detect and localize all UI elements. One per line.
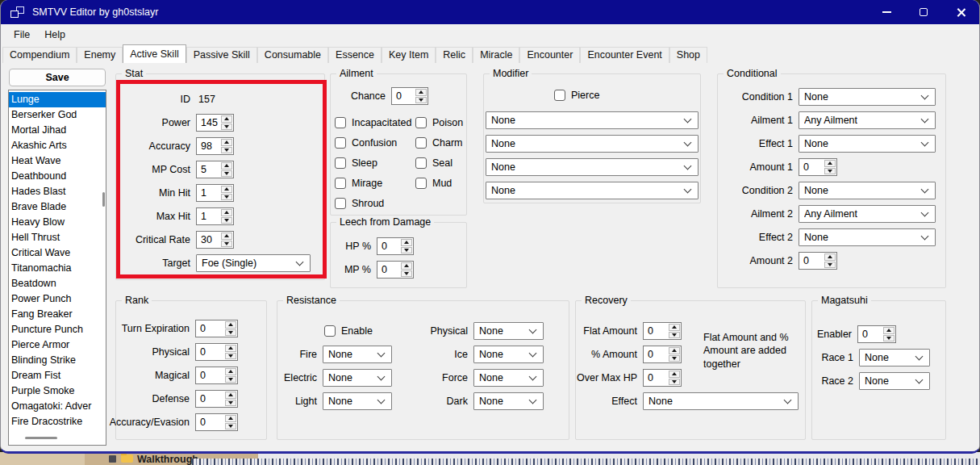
checkbox-shroud[interactable]: Shroud [335,193,411,213]
list-item[interactable]: Titanomachia [9,261,106,276]
turn-expiration-spinner[interactable]: 0 [195,320,238,337]
spin-up-button[interactable] [225,345,236,352]
modifier-combobox-3[interactable]: None [486,158,699,176]
flat-amount-spinner[interactable]: 0 [643,322,682,340]
critical-rate-spinner[interactable]: 30 [196,231,234,249]
modifier-combobox-4[interactable]: None [486,182,699,199]
tab-compendium[interactable]: Compendium [2,47,77,63]
dark-combobox[interactable]: None [473,392,544,410]
list-item[interactable]: Critical Wave [9,245,106,261]
spin-up-button[interactable] [221,139,232,146]
tab-essence[interactable]: Essence [328,47,382,63]
ice-combobox[interactable]: None [473,346,544,363]
electric-combobox[interactable]: None [323,369,392,387]
spin-up-button[interactable] [669,371,680,378]
ailment1-combobox[interactable]: Any Ailment [799,111,936,129]
mp-percent-spinner[interactable]: 0 [377,261,414,279]
tab-relic[interactable]: Relic [436,47,473,63]
spin-up-button[interactable] [221,209,232,216]
list-item[interactable]: Pierce Armor [9,337,106,353]
menu-file[interactable]: File [6,27,37,43]
effect2-combobox[interactable]: None [799,228,936,246]
list-item[interactable]: Berserker God [9,107,106,123]
force-combobox[interactable]: None [473,369,544,387]
spin-up-button[interactable] [415,89,427,96]
checkbox-sleep[interactable]: Sleep [335,153,411,173]
list-item[interactable]: Puncture Punch [9,322,106,337]
list-item[interactable]: Blinding Strike [9,353,106,368]
spin-down-button[interactable] [669,355,680,362]
spin-down-button[interactable] [669,379,680,386]
spin-down-button[interactable] [225,329,236,337]
minimize-button[interactable] [868,0,905,24]
list-item[interactable]: Hades Blast [9,184,106,199]
tab-shop[interactable]: Shop [669,47,707,63]
checkbox-seal[interactable]: Seal [415,153,463,173]
list-item[interactable]: Purple Smoke [9,383,106,399]
spin-down-button[interactable] [225,423,236,430]
list-item[interactable]: Dream Fist [9,368,106,383]
list-item[interactable]: Deathbound [9,169,106,184]
checkbox-poison[interactable]: Poison [415,112,463,132]
accuracy-spinner[interactable]: 98 [196,137,234,155]
tab-active-skill[interactable]: Active Skill [123,44,186,63]
power-spinner[interactable]: 145 [196,114,234,132]
spin-down-button[interactable] [824,168,836,175]
fire-combobox[interactable]: None [323,346,392,363]
spin-down-button[interactable] [225,400,236,407]
checkbox-mirage[interactable]: Mirage [335,173,411,193]
spin-up-button[interactable] [824,160,836,167]
physical-combobox[interactable]: None [473,322,544,340]
list-item[interactable]: Omagatoki: Adver [9,399,106,414]
spin-down-button[interactable] [225,376,236,383]
spin-down-button[interactable] [221,194,232,201]
spin-down-button[interactable] [415,97,427,104]
magical-rank-spinner[interactable]: 0 [195,367,238,384]
spin-down-button[interactable] [401,270,412,278]
list-item[interactable]: Beatdown [9,276,106,291]
tab-encounter-event[interactable]: Encounter Event [580,47,669,63]
spin-down-button[interactable] [221,170,232,178]
checkbox-charm[interactable]: Charm [415,132,463,153]
checkbox-pierce[interactable]: Pierce [554,90,599,101]
maximize-button[interactable] [905,0,942,24]
spin-up-button[interactable] [225,321,236,329]
mp-cost-spinner[interactable]: 5 [196,161,234,178]
listbox-vscrollbar-thumb[interactable] [102,192,105,207]
race2-combobox[interactable]: None [859,372,930,390]
spin-up-button[interactable] [225,368,236,375]
target-combobox[interactable]: Foe (Single) [196,254,311,272]
list-item[interactable]: Power Punch [9,291,106,307]
list-item[interactable]: Brave Blade [9,199,106,215]
effect-combobox[interactable]: None [643,392,799,410]
spin-up-button[interactable] [221,186,232,193]
menu-help[interactable]: Help [37,27,73,43]
effect1-combobox[interactable]: None [799,135,936,153]
spin-down-button[interactable] [824,262,836,269]
spin-down-button[interactable] [401,247,412,254]
defense-rank-spinner[interactable]: 0 [195,390,238,408]
list-item[interactable]: Heat Wave [9,153,106,169]
chance-spinner[interactable]: 0 [391,87,428,105]
modifier-combobox-2[interactable]: None [486,135,699,153]
spin-up-button[interactable] [883,327,895,334]
list-item[interactable]: Hell Thrust [9,230,106,245]
checkbox-incapacitated[interactable]: Incapacitated [335,112,411,132]
amount2-spinner[interactable]: 0 [799,252,837,270]
spin-up-button[interactable] [221,115,232,123]
spin-up-button[interactable] [669,324,680,331]
spin-down-button[interactable] [669,332,680,339]
amount1-spinner[interactable]: 0 [799,158,837,176]
spin-up-button[interactable] [824,253,836,261]
ailment2-combobox[interactable]: Any Ailment [799,205,936,223]
min-hit-spinner[interactable]: 1 [196,184,234,202]
race1-combobox[interactable]: None [859,349,930,367]
spin-down-button[interactable] [883,335,895,342]
checkbox-confusion[interactable]: Confusion [335,132,411,153]
spin-down-button[interactable] [221,147,232,154]
spin-up-button[interactable] [221,162,232,170]
spin-up-button[interactable] [225,415,236,422]
spin-down-button[interactable] [221,217,232,224]
max-hit-spinner[interactable]: 1 [196,207,234,225]
spin-up-button[interactable] [221,232,232,240]
